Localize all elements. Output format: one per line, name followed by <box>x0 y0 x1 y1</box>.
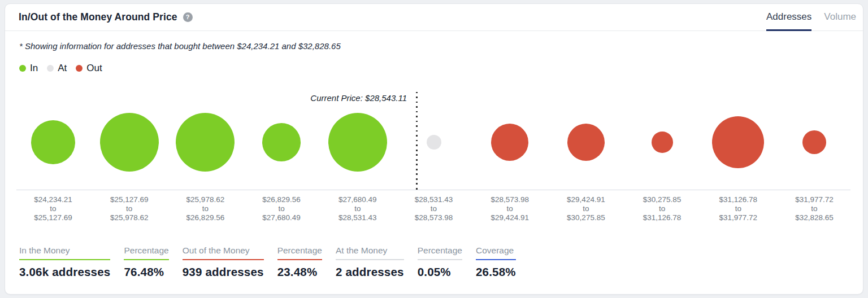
axis-price-to: $29,424.91 <box>471 213 548 222</box>
axis-separator: to <box>624 204 701 213</box>
stat-label: Percentage <box>277 246 322 260</box>
axis-price-from: $24,234.21 <box>15 195 92 204</box>
stat-value: 26.58% <box>476 265 516 279</box>
axis-separator: to <box>396 204 472 213</box>
legend-item-out: Out <box>76 63 102 74</box>
axis-price-to: $26,829.56 <box>167 213 244 222</box>
stat-at-the-money: At the Money2 addresses <box>336 246 404 279</box>
tab-bar: AddressesVolume <box>766 4 856 31</box>
legend-label: Out <box>86 63 102 74</box>
axis-price-to: $28,573.98 <box>396 213 472 222</box>
axis-price-from: $28,573.98 <box>471 195 548 204</box>
legend-label: In <box>30 63 38 74</box>
stat-label: Percentage <box>418 246 462 260</box>
bubble-at[interactable] <box>427 135 441 150</box>
x-axis-label: $28,531.43to$28,573.98 <box>396 195 472 222</box>
stat-value: 23.48% <box>277 265 322 279</box>
stat-out-of-the-money: Out of the Money939 addresses <box>183 246 264 279</box>
tab-addresses[interactable]: Addresses <box>766 4 811 31</box>
x-axis-label: $29,424.91to$30,275.85 <box>548 195 624 222</box>
axis-separator: to <box>15 204 92 213</box>
current-price-label: Current Price: $28,543.11 <box>5 93 407 103</box>
axis-price-to: $31,977.72 <box>700 213 776 222</box>
axis-price-from: $25,127.69 <box>91 195 168 204</box>
axis-price-from: $29,424.91 <box>548 195 624 204</box>
bubble-out[interactable] <box>652 132 673 153</box>
axis-separator: to <box>776 204 853 213</box>
legend-label: At <box>58 63 67 74</box>
card-header: In/Out of the Money Around Price ? Addre… <box>5 4 863 31</box>
current-price-dotted-line <box>416 92 418 191</box>
x-axis-label: $25,978.62to$26,829.56 <box>167 195 244 222</box>
stat-value: 2 addresses <box>336 265 404 279</box>
stat-label: Percentage <box>124 246 168 260</box>
x-axis-label: $31,977.72to$32,828.65 <box>776 195 853 222</box>
range-note: * Showing information for addresses that… <box>19 41 341 51</box>
axis-separator: to <box>243 204 320 213</box>
axis-separator: to <box>548 204 624 213</box>
legend-item-in: In <box>19 63 38 74</box>
axis-separator: to <box>167 204 244 213</box>
bubble-out[interactable] <box>491 124 528 161</box>
stat-value: 3.06k addresses <box>19 265 110 279</box>
bubble-out[interactable] <box>802 130 826 154</box>
in-out-money-card: In/Out of the Money Around Price ? Addre… <box>5 3 863 295</box>
axis-separator: to <box>91 204 168 213</box>
bubble-out[interactable] <box>712 116 764 168</box>
at-dot-icon <box>47 65 54 72</box>
legend-item-at: At <box>47 63 67 74</box>
bubble-in[interactable] <box>262 123 301 161</box>
axis-price-to: $32,828.65 <box>776 213 853 222</box>
axis-price-from: $30,275.85 <box>624 195 701 204</box>
axis-separator: to <box>700 204 776 213</box>
x-axis-label: $26,829.56to$27,680.49 <box>243 195 320 222</box>
page-title: In/Out of the Money Around Price <box>19 11 177 23</box>
stat-label: At the Money <box>336 246 404 260</box>
stat-label: Out of the Money <box>183 246 264 260</box>
x-axis-label: $28,573.98to$29,424.91 <box>471 195 548 222</box>
bubble-in[interactable] <box>176 113 235 172</box>
stat-percentage: Percentage76.48% <box>124 246 168 279</box>
x-axis-label: $30,275.85to$31,126.78 <box>624 195 701 222</box>
x-axis-line <box>16 190 850 190</box>
stat-coverage: Coverage26.58% <box>476 246 516 279</box>
axis-price-from: $31,126.78 <box>700 195 776 204</box>
out-dot-icon <box>76 65 83 72</box>
x-axis-label: $24,234.21to$25,127.69 <box>15 195 92 222</box>
axis-price-from: $26,829.56 <box>243 195 320 204</box>
help-icon[interactable]: ? <box>183 12 193 22</box>
axis-price-to: $28,531.43 <box>319 213 396 222</box>
x-axis-label: $25,127.69to$25,978.62 <box>91 195 168 222</box>
stats-row: In the Money3.06k addressesPercentage76.… <box>19 246 516 279</box>
axis-price-to: $27,680.49 <box>243 213 320 222</box>
axis-price-from: $27,680.49 <box>319 195 396 204</box>
axis-price-from: $28,531.43 <box>396 195 472 204</box>
stat-value: 939 addresses <box>183 265 264 279</box>
stat-percentage: Percentage23.48% <box>277 246 322 279</box>
x-axis-label: $27,680.49to$28,531.43 <box>319 195 396 222</box>
stat-label: In the Money <box>19 246 110 260</box>
axis-price-to: $25,127.69 <box>15 213 92 222</box>
bubble-in[interactable] <box>100 113 159 172</box>
axis-price-from: $31,977.72 <box>776 195 853 204</box>
stat-percentage: Percentage0.05% <box>418 246 462 279</box>
axis-price-from: $25,978.62 <box>167 195 244 204</box>
bubble-in[interactable] <box>31 120 75 164</box>
chart-legend: InAtOut <box>19 63 102 74</box>
in-dot-icon <box>19 65 26 72</box>
stat-value: 76.48% <box>124 265 168 279</box>
stat-value: 0.05% <box>418 265 462 279</box>
axis-separator: to <box>471 204 548 213</box>
stat-in-the-money: In the Money3.06k addresses <box>19 246 110 279</box>
tab-volume[interactable]: Volume <box>824 4 856 31</box>
bubble-in[interactable] <box>328 113 387 172</box>
axis-price-to: $31,126.78 <box>624 213 701 222</box>
stat-label: Coverage <box>476 246 516 260</box>
axis-separator: to <box>319 204 396 213</box>
x-axis-label: $31,126.78to$31,977.72 <box>700 195 776 222</box>
bubble-out[interactable] <box>567 124 605 161</box>
axis-price-to: $30,275.85 <box>548 213 624 222</box>
axis-price-to: $25,978.62 <box>91 213 168 222</box>
